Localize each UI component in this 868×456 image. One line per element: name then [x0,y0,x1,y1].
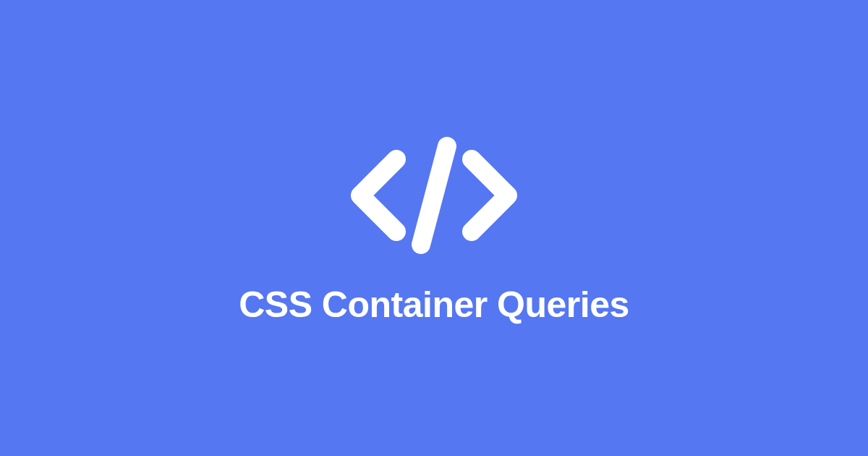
svg-line-0 [421,146,447,245]
code-icon [340,130,528,263]
page-title: CSS Container Queries [239,284,629,326]
